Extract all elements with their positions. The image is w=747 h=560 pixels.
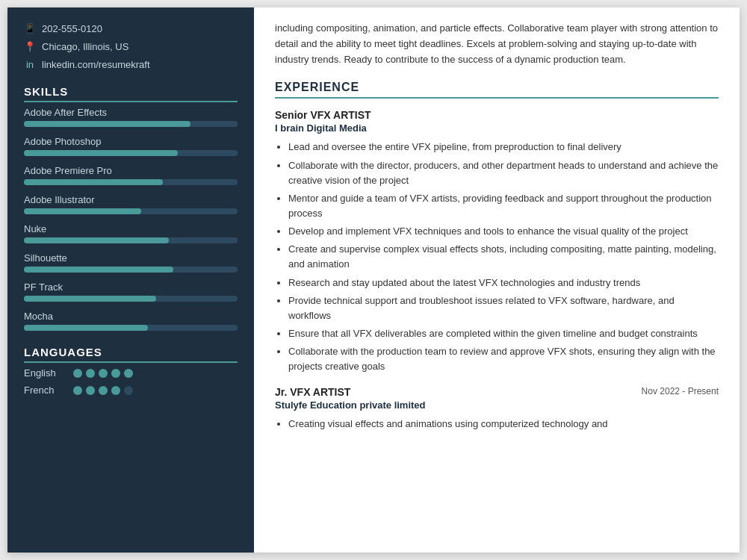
contact-phone: 📱 202-555-0120 — [24, 22, 238, 34]
skills-section-title: SKILLS — [24, 85, 238, 102]
jobs-list: Senior VFX ARTIST I brain Digital Media … — [275, 109, 719, 432]
skill-bar-bg — [24, 121, 238, 127]
sidebar: 📱 202-555-0120 📍 Chicago, Illinois, US i… — [7, 7, 254, 553]
skill-name: Adobe Photoshop — [24, 136, 238, 147]
skill-name: Nuke — [24, 223, 238, 234]
bullet-list: Lead and oversee the entire VFX pipeline… — [275, 140, 719, 374]
lang-dot — [73, 386, 82, 395]
skill-name: Mocha — [24, 311, 238, 322]
lang-dot — [86, 386, 95, 395]
bullet-item: Collaborate with the production team to … — [288, 344, 719, 374]
skill-name: Silhouette — [24, 252, 238, 264]
skill-bar-fill — [24, 237, 169, 243]
lang-dot — [124, 386, 133, 395]
job-header: Jr. VFX ARTIST Nov 2022 - Present — [275, 386, 719, 399]
skill-item: Adobe Illustrator — [24, 194, 238, 214]
job-date: Nov 2022 - Present — [642, 386, 719, 396]
skill-item: Mocha — [24, 311, 238, 331]
bullet-item: Ensure that all VFX deliverables are com… — [288, 326, 719, 341]
skill-item: Adobe After Effects — [24, 107, 238, 127]
location-icon: 📍 — [24, 40, 36, 52]
bullet-item: Create and supervise complex visual effe… — [288, 242, 719, 272]
bullet-item: Lead and oversee the entire VFX pipeline… — [288, 140, 719, 155]
languages-section-title: LANGUAGES — [24, 346, 238, 363]
phone-icon: 📱 — [24, 22, 36, 34]
resume-container: 📱 202-555-0120 📍 Chicago, Illinois, US i… — [7, 7, 740, 553]
lang-dot — [86, 369, 95, 378]
bullet-item: Creating visual effects and animations u… — [288, 417, 719, 432]
lang-dot — [73, 369, 82, 378]
bullet-item: Research and stay updated about the late… — [288, 276, 719, 290]
lang-name: French — [24, 385, 69, 396]
main-content: including compositing, animation, and pa… — [254, 7, 740, 553]
skill-bar-bg — [24, 150, 238, 156]
bullet-item: Develop and implement VFX techniques and… — [288, 224, 719, 239]
language-item: French — [24, 385, 238, 396]
company-name: Stulyfe Education private limited — [275, 399, 719, 411]
skill-bar-bg — [24, 208, 238, 214]
skill-name: Adobe After Effects — [24, 107, 238, 118]
skill-bar-bg — [24, 296, 238, 302]
skill-item: Adobe Photoshop — [24, 136, 238, 156]
skill-bar-fill — [24, 208, 141, 214]
skill-name: PF Track — [24, 281, 238, 293]
skill-item: Silhouette — [24, 252, 238, 273]
skill-bar-fill — [24, 325, 148, 331]
skill-item: Adobe Premiere Pro — [24, 165, 238, 185]
languages-list: EnglishFrench — [24, 367, 238, 396]
skill-bar-bg — [24, 179, 238, 185]
bullet-list: Creating visual effects and animations u… — [275, 417, 719, 432]
skill-bar-fill — [24, 296, 156, 302]
bullet-item: Collaborate with the director, producers… — [288, 158, 719, 188]
skill-bar-bg — [24, 237, 238, 243]
lang-dot — [99, 386, 108, 395]
lang-name: English — [24, 367, 69, 379]
company-name: I brain Digital Media — [275, 122, 719, 134]
skill-bar-fill — [24, 150, 178, 156]
skill-name: Adobe Premiere Pro — [24, 165, 238, 176]
bullet-item: Mentor and guide a team of VFX artists, … — [288, 191, 719, 221]
lang-dot — [124, 369, 133, 378]
lang-dots — [73, 369, 133, 378]
summary-text: including compositing, animation, and pa… — [275, 21, 719, 67]
bullet-item: Provide technical support and troublesho… — [288, 293, 719, 323]
contact-location: 📍 Chicago, Illinois, US — [24, 40, 238, 52]
skill-bar-fill — [24, 179, 163, 185]
language-item: English — [24, 367, 238, 379]
skills-list: Adobe After Effects Adobe Photoshop Adob… — [24, 107, 238, 331]
skill-item: PF Track — [24, 281, 238, 302]
linkedin-icon: in — [24, 58, 36, 70]
skill-bar-fill — [24, 267, 173, 273]
experience-section-title: EXPERIENCE — [275, 81, 719, 99]
job-title: Senior VFX ARTIST — [275, 109, 371, 121]
job-header: Senior VFX ARTIST — [275, 109, 719, 122]
skill-bar-bg — [24, 325, 238, 331]
job-block: Jr. VFX ARTIST Nov 2022 - Present Stulyf… — [275, 386, 719, 432]
skill-bar-bg — [24, 267, 238, 273]
lang-dots — [73, 386, 133, 395]
skill-bar-fill — [24, 121, 190, 127]
job-block: Senior VFX ARTIST I brain Digital Media … — [275, 109, 719, 374]
job-title: Jr. VFX ARTIST — [275, 386, 350, 398]
lang-dot — [111, 369, 120, 378]
contact-linkedin[interactable]: in linkedin.com/resumekraft — [24, 58, 238, 70]
lang-dot — [99, 369, 108, 378]
skill-item: Nuke — [24, 223, 238, 243]
skill-name: Adobe Illustrator — [24, 194, 238, 205]
lang-dot — [111, 386, 120, 395]
